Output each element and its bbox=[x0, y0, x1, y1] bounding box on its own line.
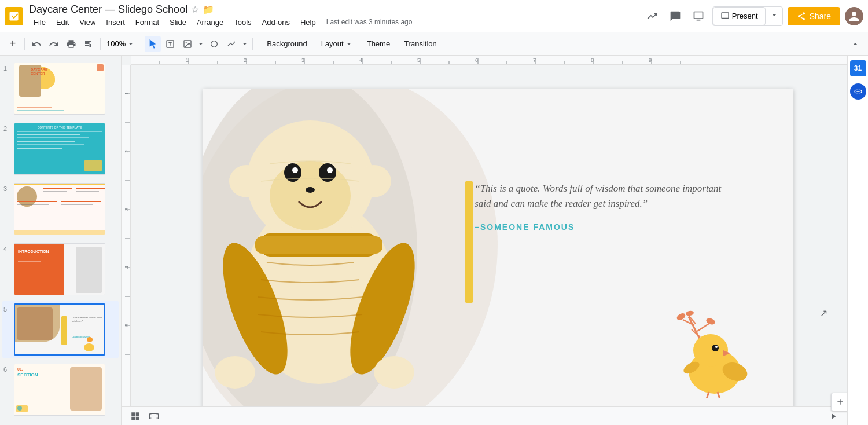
toolbar: + 100% Background Layout bbox=[0, 32, 868, 56]
svg-rect-64 bbox=[255, 236, 382, 254]
menu-insert[interactable]: Insert bbox=[101, 16, 130, 29]
transition-button[interactable]: Transition bbox=[398, 37, 443, 50]
slide-number-5: 5 bbox=[3, 303, 12, 313]
line-dropdown[interactable] bbox=[241, 40, 249, 48]
quote-container: “This is a quote. Words full of wisdom t… bbox=[475, 181, 729, 232]
top-bar: Daycare Center — Slidego School ☆ 📁 File… bbox=[0, 0, 868, 32]
slide-thumbnail-5[interactable]: 5 "This is a quote. Words full of wisdom… bbox=[2, 301, 119, 358]
theme-button[interactable]: Theme bbox=[361, 37, 396, 50]
star-icon[interactable]: ☆ bbox=[191, 4, 199, 15]
slide-thumbnail-3[interactable]: 3 bbox=[2, 181, 119, 237]
menu-slide[interactable]: Slide bbox=[165, 16, 191, 29]
main-slide-content: “This is a quote. Words full of wisdom t… bbox=[203, 89, 793, 420]
present-dropdown-arrow[interactable] bbox=[766, 7, 782, 25]
canvas-area: 1 2 3 4 5 6 7 8 bbox=[122, 56, 847, 425]
svg-point-6 bbox=[211, 41, 218, 47]
collapse-toolbar-button[interactable] bbox=[847, 36, 863, 52]
slide-number-2: 2 bbox=[3, 123, 12, 132]
menu-bar: File Edit View Insert Format Slide Arran… bbox=[29, 16, 412, 29]
folder-icon[interactable]: 📁 bbox=[203, 4, 214, 15]
slide-preview-2: CONTENTS OF THIS TEMPLATE bbox=[14, 123, 105, 175]
slide-canvas[interactable]: “This is a quote. Words full of wisdom t… bbox=[203, 89, 793, 420]
main-content: 1 DAYCARECENTER 2 CONTENTS OF THIS TEMPL… bbox=[0, 56, 868, 425]
menu-file[interactable]: File bbox=[29, 16, 50, 29]
svg-rect-88 bbox=[157, 413, 159, 415]
user-avatar[interactable] bbox=[845, 7, 863, 25]
menu-format[interactable]: Format bbox=[131, 16, 164, 29]
chat-icon[interactable] bbox=[666, 7, 685, 25]
add-button[interactable]: + bbox=[5, 36, 21, 52]
svg-rect-86 bbox=[150, 413, 152, 415]
svg-text:2: 2 bbox=[244, 57, 247, 63]
svg-point-75 bbox=[715, 346, 718, 348]
slide-preview-1: DAYCARECENTER bbox=[14, 63, 105, 115]
collapse-right-panel[interactable] bbox=[826, 409, 840, 423]
menu-tools[interactable]: Tools bbox=[229, 16, 256, 29]
svg-point-67 bbox=[215, 356, 255, 389]
share-label: Share bbox=[810, 12, 831, 21]
redo-button[interactable] bbox=[46, 36, 62, 52]
svg-rect-0 bbox=[694, 12, 703, 19]
zoom-value: 100% bbox=[106, 39, 126, 48]
present-label: Present bbox=[732, 12, 758, 20]
bottom-right-icons bbox=[826, 409, 840, 423]
slide-stage: “This is a quote. Words full of wisdom t… bbox=[140, 74, 847, 425]
toolbar-separator bbox=[24, 38, 25, 50]
quote-text: “This is a quote. Words full of wisdom t… bbox=[475, 181, 729, 212]
shape-tool[interactable] bbox=[206, 36, 222, 52]
present-button[interactable]: Present bbox=[713, 7, 766, 25]
image-tool[interactable] bbox=[179, 36, 196, 52]
svg-text:2: 2 bbox=[124, 150, 130, 153]
undo-button[interactable] bbox=[28, 36, 45, 52]
svg-rect-89 bbox=[157, 417, 159, 419]
film-strip-button[interactable] bbox=[147, 409, 161, 423]
svg-text:1: 1 bbox=[124, 92, 130, 95]
cursor-tool[interactable] bbox=[145, 36, 161, 52]
cursor-indicator: ↗ bbox=[820, 307, 827, 318]
slide-preview-4: INTRODUCTION bbox=[14, 243, 105, 295]
slide-thumbnail-2[interactable]: 2 CONTENTS OF THIS TEMPLATE bbox=[2, 120, 119, 177]
ruler-top: 1 2 3 4 5 6 7 8 bbox=[131, 56, 847, 65]
svg-point-60 bbox=[292, 167, 298, 173]
line-tool[interactable] bbox=[223, 36, 240, 52]
print-button[interactable] bbox=[63, 36, 79, 52]
svg-text:6: 6 bbox=[475, 57, 478, 63]
svg-point-61 bbox=[327, 167, 333, 173]
add-slide-button[interactable] bbox=[831, 393, 847, 411]
quote-author: –SOMEONE FAMOUS bbox=[475, 222, 729, 232]
share-button[interactable]: Share bbox=[788, 7, 840, 25]
menu-addons[interactable]: Add-ons bbox=[258, 16, 295, 29]
menu-edit[interactable]: Edit bbox=[52, 16, 73, 29]
link-icon[interactable] bbox=[850, 83, 866, 100]
slide-preview-5: "This is a quote. Words full of wisdom..… bbox=[14, 303, 105, 356]
calendar-icon[interactable]: 31 bbox=[850, 60, 866, 76]
menu-view[interactable]: View bbox=[75, 16, 100, 29]
trend-icon[interactable] bbox=[643, 7, 661, 25]
svg-text:7: 7 bbox=[533, 57, 536, 63]
zoom-control[interactable]: 100% bbox=[104, 38, 137, 49]
menu-arrange[interactable]: Arrange bbox=[192, 16, 228, 29]
title-section: Daycare Center — Slidego School ☆ 📁 File… bbox=[29, 3, 412, 29]
paint-format-button[interactable] bbox=[80, 36, 97, 52]
svg-point-71 bbox=[685, 310, 694, 316]
layout-button[interactable]: Layout bbox=[315, 37, 359, 50]
svg-point-56 bbox=[356, 165, 391, 197]
svg-text:4: 4 bbox=[359, 57, 362, 63]
image-dropdown[interactable] bbox=[197, 40, 205, 48]
svg-point-57 bbox=[270, 161, 351, 230]
slides-icon[interactable] bbox=[689, 7, 708, 25]
slide-thumbnail-1[interactable]: 1 DAYCARECENTER bbox=[2, 60, 119, 117]
doc-title: Daycare Center — Slidego School bbox=[29, 3, 187, 16]
slide-thumbnail-6[interactable]: 6 01. SECTION bbox=[2, 361, 119, 418]
svg-point-55 bbox=[229, 165, 264, 197]
app-icon[interactable] bbox=[5, 7, 23, 25]
text-box-tool[interactable] bbox=[162, 36, 178, 52]
toolbar-separator-2 bbox=[100, 38, 101, 50]
svg-rect-87 bbox=[150, 417, 152, 419]
menu-help[interactable]: Help bbox=[296, 16, 321, 29]
toy-section bbox=[203, 89, 487, 420]
background-button[interactable]: Background bbox=[261, 37, 312, 50]
slide-thumbnail-4[interactable]: 4 INTRODUCTION bbox=[2, 241, 119, 298]
layout-label: Layout bbox=[321, 39, 344, 48]
grid-view-button[interactable] bbox=[128, 409, 142, 423]
